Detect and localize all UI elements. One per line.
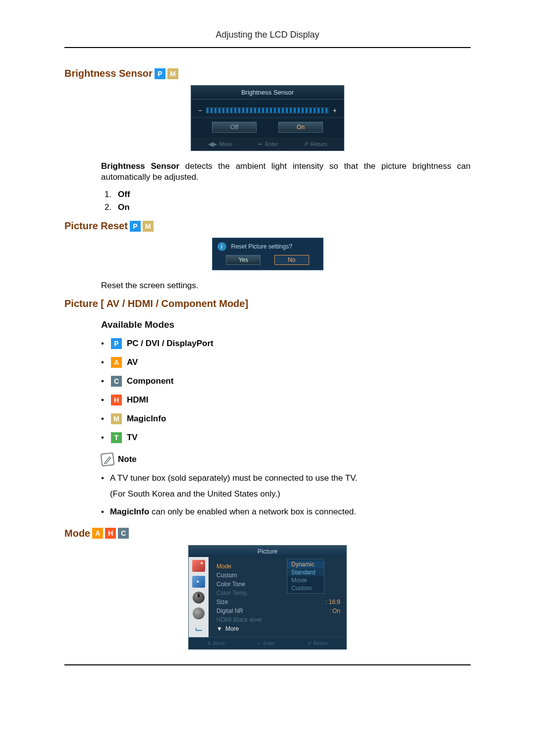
badge-c-icon: C — [111, 376, 122, 387]
footer-return-label: Return — [313, 641, 328, 646]
mode-options-popup: Dynamic Standard Movie Custom — [287, 559, 324, 594]
osd-on-button[interactable]: On — [278, 122, 323, 133]
list-item: A AV — [101, 357, 471, 368]
label: Size — [216, 599, 228, 605]
badge-h-icon: H — [105, 528, 116, 539]
label: Mode — [216, 563, 231, 570]
menu-hdmi-black: HDMI Black level — [216, 615, 340, 624]
badge-m-icon: M — [111, 413, 122, 424]
minus-icon[interactable]: − — [198, 106, 202, 114]
opt-custom[interactable]: Custom — [287, 584, 324, 592]
list-item: T TV — [101, 432, 471, 443]
note-row: Note — [101, 453, 471, 466]
badge-p-icon: P — [130, 221, 141, 232]
label: Custom — [216, 572, 237, 579]
badge-c-icon: C — [118, 528, 129, 539]
footer-return: ↺ Return — [304, 141, 327, 148]
label: Color Temp. — [216, 590, 248, 597]
footer-move-label: Move — [213, 641, 225, 646]
badge-m-icon: M — [143, 221, 154, 232]
enter-icon: ↵ — [257, 641, 261, 646]
label: Color Tone — [216, 581, 245, 588]
available-modes-list: P PC / DVI / DisplayPort A AV C Componen… — [101, 338, 471, 443]
value: : On — [329, 607, 340, 614]
arrows-lr-icon: ◀▶ — [208, 141, 217, 148]
note-icon — [101, 453, 115, 467]
list-item: C Component — [101, 376, 471, 387]
opt-dynamic[interactable]: Dynamic — [287, 560, 324, 568]
info-icon: i — [217, 242, 226, 251]
note2-rest: can only be enabled when a network box i… — [149, 507, 356, 516]
note-label: Note — [118, 454, 137, 464]
osd-side-icons: ⌙ — [189, 557, 209, 637]
menu-dnr[interactable]: Digital NR: On — [216, 606, 340, 615]
badge-p-icon: P — [111, 338, 122, 349]
note1-line2: (For South Korea and the United States o… — [110, 489, 471, 500]
osd-yes-button[interactable]: Yes — [226, 255, 261, 265]
osd-title: Brightness Sensor — [191, 86, 344, 100]
osd-reset-question: Reset Picture settings? — [231, 243, 292, 250]
footer-enter-label: Enter — [263, 641, 275, 646]
heading-text: Picture Reset — [64, 220, 128, 232]
badge-p-icon: P — [155, 68, 165, 79]
reset-desc: Reset the screen settings. — [101, 280, 471, 291]
opt-standard[interactable]: Standard — [287, 568, 324, 576]
return-icon: ↺ — [307, 641, 311, 646]
note2-bold: MagicInfo — [110, 507, 149, 516]
menu-more[interactable]: ▼More — [216, 625, 340, 632]
footer-rule — [64, 664, 471, 665]
sound-tab-icon[interactable] — [192, 576, 205, 588]
footer-move-label: Move — [219, 141, 233, 147]
timer-tab-icon[interactable] — [193, 592, 205, 604]
setup-tab-icon[interactable] — [193, 607, 205, 619]
arrows-ud-icon: ⇅ — [207, 641, 211, 646]
return-icon: ↺ — [304, 141, 308, 148]
multi-tab-icon[interactable]: ⌙ — [195, 623, 203, 634]
mode-label: PC / DVI / DisplayPort — [127, 339, 214, 349]
osd-picture-menu: Picture ⌙ Dynamic Standard Movie Custom — [188, 545, 347, 650]
footer-return: ↺Return — [307, 641, 328, 646]
badge-m-icon: M — [167, 68, 178, 79]
label: More — [225, 625, 239, 632]
badge-h-icon: H — [111, 395, 122, 405]
label: Digital NR — [216, 607, 243, 614]
chevron-down-icon: ▼ — [216, 625, 222, 632]
page-header: Adjusting the LCD Display — [64, 30, 471, 48]
heading-picture-reset: Picture Reset P M — [64, 220, 471, 232]
footer-move: ⇅Move — [207, 641, 225, 646]
opt-movie[interactable]: Movie — [287, 576, 324, 584]
note-list: A TV tuner box (sold separately) must be… — [101, 473, 471, 517]
value: : 16:9 — [325, 599, 340, 605]
footer-enter: ↵ Enter — [258, 141, 278, 148]
badge-a-icon: A — [92, 528, 103, 539]
list-item: On — [114, 202, 471, 212]
slider-track[interactable] — [206, 107, 329, 113]
heading-text: Brightness Sensor — [64, 68, 153, 79]
plus-icon[interactable]: + — [333, 106, 337, 114]
list-item: Off — [114, 190, 471, 200]
enter-icon: ↵ — [258, 141, 263, 148]
heading-brightness-sensor: Brightness Sensor P M — [64, 68, 471, 79]
list-item: M MagicInfo — [101, 413, 471, 424]
osd-no-button[interactable]: No — [274, 255, 309, 265]
osd-off-button[interactable]: Off — [212, 122, 257, 133]
osd-slider[interactable]: − + — [191, 100, 344, 117]
heading-available-modes: Available Modes — [101, 319, 471, 330]
osd-reset-dialog: i Reset Picture settings? Yes No — [212, 238, 323, 270]
note1-line1: A TV tuner box (sold separately) must be… — [110, 473, 358, 483]
footer-move: ◀▶ Move — [208, 141, 233, 148]
brightness-desc-bold: Brightness Sensor — [101, 161, 179, 171]
footer-enter: ↵Enter — [257, 641, 275, 646]
heading-mode: Mode A H C — [64, 528, 471, 539]
heading-text: Mode — [64, 528, 90, 539]
picture-tab-icon[interactable] — [192, 560, 205, 572]
brightness-options-list: Off On — [114, 190, 471, 212]
mode-label: TV — [127, 433, 138, 443]
label: HDMI Black level — [216, 616, 262, 623]
option-on: On — [118, 202, 130, 212]
badge-a-icon: A — [111, 357, 122, 368]
mode-label: AV — [127, 357, 138, 367]
menu-size[interactable]: Size: 16:9 — [216, 598, 340, 606]
list-item: H HDMI — [101, 395, 471, 405]
osd-picture-title: Picture — [189, 546, 346, 557]
